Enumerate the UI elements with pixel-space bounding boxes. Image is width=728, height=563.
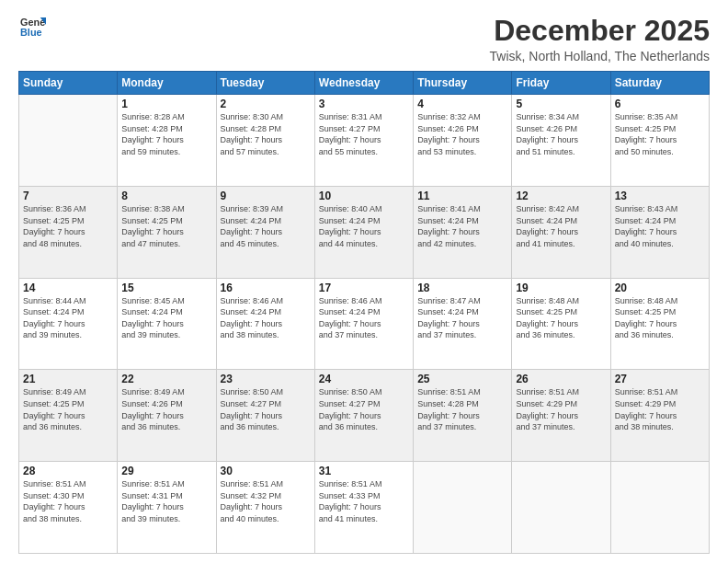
day-number: 5 [516, 98, 606, 110]
table-row: 14Sunrise: 8:44 AM Sunset: 4:24 PM Dayli… [19, 278, 118, 370]
table-row: 3Sunrise: 8:31 AM Sunset: 4:27 PM Daylig… [314, 95, 413, 187]
day-number: 15 [121, 282, 211, 294]
day-info: Sunrise: 8:47 AM Sunset: 4:24 PM Dayligh… [417, 295, 507, 341]
table-row: 16Sunrise: 8:46 AM Sunset: 4:24 PM Dayli… [216, 278, 314, 370]
table-row: 10Sunrise: 8:40 AM Sunset: 4:24 PM Dayli… [314, 186, 413, 278]
day-number: 23 [221, 373, 311, 385]
header-wednesday: Wednesday [314, 72, 413, 95]
day-info: Sunrise: 8:50 AM Sunset: 4:27 PM Dayligh… [221, 386, 311, 432]
day-number: 27 [615, 373, 705, 385]
day-info: Sunrise: 8:43 AM Sunset: 4:24 PM Dayligh… [615, 203, 705, 249]
table-row: 6Sunrise: 8:35 AM Sunset: 4:25 PM Daylig… [610, 95, 709, 187]
day-number: 22 [121, 373, 211, 385]
day-info: Sunrise: 8:38 AM Sunset: 4:25 PM Dayligh… [121, 203, 211, 249]
table-row: 31Sunrise: 8:51 AM Sunset: 4:33 PM Dayli… [314, 462, 413, 554]
table-row: 4Sunrise: 8:32 AM Sunset: 4:26 PM Daylig… [414, 95, 512, 187]
day-number: 24 [319, 373, 409, 385]
calendar-week-row: 7Sunrise: 8:36 AM Sunset: 4:25 PM Daylig… [19, 186, 710, 278]
day-number: 19 [516, 282, 606, 294]
table-row: 19Sunrise: 8:48 AM Sunset: 4:25 PM Dayli… [512, 278, 610, 370]
logo-icon: General Blue [20, 15, 46, 40]
table-row: 24Sunrise: 8:50 AM Sunset: 4:27 PM Dayli… [314, 370, 413, 462]
table-row: 22Sunrise: 8:49 AM Sunset: 4:26 PM Dayli… [118, 370, 216, 462]
calendar-week-row: 21Sunrise: 8:49 AM Sunset: 4:25 PM Dayli… [19, 370, 710, 462]
day-info: Sunrise: 8:48 AM Sunset: 4:25 PM Dayligh… [615, 295, 705, 341]
day-number: 10 [319, 190, 409, 202]
table-row: 25Sunrise: 8:51 AM Sunset: 4:28 PM Dayli… [414, 370, 512, 462]
day-info: Sunrise: 8:28 AM Sunset: 4:28 PM Dayligh… [121, 111, 211, 157]
table-row: 13Sunrise: 8:43 AM Sunset: 4:24 PM Dayli… [610, 186, 709, 278]
day-info: Sunrise: 8:32 AM Sunset: 4:26 PM Dayligh… [417, 111, 507, 157]
calendar-table: Sunday Monday Tuesday Wednesday Thursday… [18, 71, 710, 554]
table-row: 28Sunrise: 8:51 AM Sunset: 4:30 PM Dayli… [19, 462, 118, 554]
table-row: 2Sunrise: 8:30 AM Sunset: 4:28 PM Daylig… [216, 95, 314, 187]
title-area: December 2025 Twisk, North Holland, The … [490, 15, 710, 63]
day-info: Sunrise: 8:39 AM Sunset: 4:24 PM Dayligh… [221, 203, 311, 249]
day-info: Sunrise: 8:41 AM Sunset: 4:24 PM Dayligh… [417, 203, 507, 249]
calendar-week-row: 14Sunrise: 8:44 AM Sunset: 4:24 PM Dayli… [19, 278, 710, 370]
day-number: 13 [615, 190, 705, 202]
header-tuesday: Tuesday [216, 72, 314, 95]
day-number: 29 [121, 465, 211, 477]
day-number: 2 [221, 98, 311, 110]
day-number: 17 [319, 282, 409, 294]
svg-text:Blue: Blue [20, 27, 42, 38]
day-number: 4 [417, 98, 507, 110]
day-number: 12 [516, 190, 606, 202]
location: Twisk, North Holland, The Netherlands [490, 49, 710, 63]
table-row: 8Sunrise: 8:38 AM Sunset: 4:25 PM Daylig… [118, 186, 216, 278]
day-info: Sunrise: 8:49 AM Sunset: 4:25 PM Dayligh… [23, 386, 113, 432]
header-friday: Friday [512, 72, 610, 95]
day-info: Sunrise: 8:34 AM Sunset: 4:26 PM Dayligh… [516, 111, 606, 157]
calendar-week-row: 28Sunrise: 8:51 AM Sunset: 4:30 PM Dayli… [19, 462, 710, 554]
day-info: Sunrise: 8:51 AM Sunset: 4:28 PM Dayligh… [417, 386, 507, 432]
day-number: 9 [221, 190, 311, 202]
table-row: 18Sunrise: 8:47 AM Sunset: 4:24 PM Dayli… [414, 278, 512, 370]
day-info: Sunrise: 8:30 AM Sunset: 4:28 PM Dayligh… [221, 111, 311, 157]
day-info: Sunrise: 8:51 AM Sunset: 4:29 PM Dayligh… [516, 386, 606, 432]
day-info: Sunrise: 8:51 AM Sunset: 4:32 PM Dayligh… [221, 478, 311, 524]
table-row [414, 462, 512, 554]
table-row: 9Sunrise: 8:39 AM Sunset: 4:24 PM Daylig… [216, 186, 314, 278]
day-info: Sunrise: 8:31 AM Sunset: 4:27 PM Dayligh… [319, 111, 409, 157]
table-row [610, 462, 709, 554]
day-info: Sunrise: 8:51 AM Sunset: 4:33 PM Dayligh… [319, 478, 409, 524]
day-info: Sunrise: 8:49 AM Sunset: 4:26 PM Dayligh… [121, 386, 211, 432]
logo: General Blue [18, 15, 46, 40]
table-row: 30Sunrise: 8:51 AM Sunset: 4:32 PM Dayli… [216, 462, 314, 554]
table-row: 11Sunrise: 8:41 AM Sunset: 4:24 PM Dayli… [414, 186, 512, 278]
table-row [19, 95, 118, 187]
table-row: 5Sunrise: 8:34 AM Sunset: 4:26 PM Daylig… [512, 95, 610, 187]
day-info: Sunrise: 8:51 AM Sunset: 4:31 PM Dayligh… [121, 478, 211, 524]
day-number: 7 [23, 190, 113, 202]
day-number: 21 [23, 373, 113, 385]
day-number: 3 [319, 98, 409, 110]
day-info: Sunrise: 8:44 AM Sunset: 4:24 PM Dayligh… [23, 295, 113, 341]
table-row: 29Sunrise: 8:51 AM Sunset: 4:31 PM Dayli… [118, 462, 216, 554]
day-info: Sunrise: 8:42 AM Sunset: 4:24 PM Dayligh… [516, 203, 606, 249]
month-title: December 2025 [490, 15, 710, 47]
table-row: 17Sunrise: 8:46 AM Sunset: 4:24 PM Dayli… [314, 278, 413, 370]
header-sunday: Sunday [19, 72, 118, 95]
day-number: 1 [121, 98, 211, 110]
day-number: 6 [615, 98, 705, 110]
table-row: 20Sunrise: 8:48 AM Sunset: 4:25 PM Dayli… [610, 278, 709, 370]
table-row: 7Sunrise: 8:36 AM Sunset: 4:25 PM Daylig… [19, 186, 118, 278]
day-number: 11 [417, 190, 507, 202]
day-number: 25 [417, 373, 507, 385]
day-number: 16 [221, 282, 311, 294]
table-row: 1Sunrise: 8:28 AM Sunset: 4:28 PM Daylig… [118, 95, 216, 187]
day-info: Sunrise: 8:48 AM Sunset: 4:25 PM Dayligh… [516, 295, 606, 341]
day-info: Sunrise: 8:46 AM Sunset: 4:24 PM Dayligh… [221, 295, 311, 341]
day-info: Sunrise: 8:51 AM Sunset: 4:30 PM Dayligh… [23, 478, 113, 524]
day-number: 20 [615, 282, 705, 294]
header-thursday: Thursday [414, 72, 512, 95]
day-info: Sunrise: 8:50 AM Sunset: 4:27 PM Dayligh… [319, 386, 409, 432]
table-row: 26Sunrise: 8:51 AM Sunset: 4:29 PM Dayli… [512, 370, 610, 462]
day-info: Sunrise: 8:45 AM Sunset: 4:24 PM Dayligh… [121, 295, 211, 341]
table-row [512, 462, 610, 554]
header: General Blue December 2025 Twisk, North … [18, 15, 710, 63]
day-info: Sunrise: 8:51 AM Sunset: 4:29 PM Dayligh… [615, 386, 705, 432]
header-saturday: Saturday [610, 72, 709, 95]
day-number: 26 [516, 373, 606, 385]
